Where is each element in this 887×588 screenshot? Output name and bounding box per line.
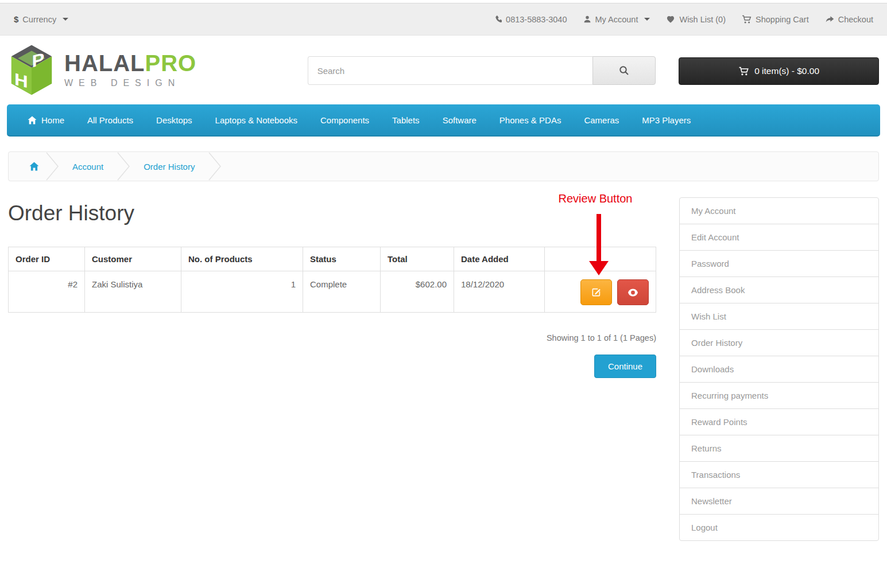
- cell-products: 1: [181, 271, 303, 313]
- eye-icon: [628, 288, 638, 297]
- cart-total-label: 0 item(s) - $0.00: [754, 66, 819, 76]
- sidebar-item-edit-account[interactable]: Edit Account: [680, 224, 878, 251]
- breadcrumb-home-link[interactable]: [17, 162, 45, 171]
- sidebar-item-password[interactable]: Password: [680, 251, 878, 277]
- home-icon: [28, 116, 37, 124]
- sidebar-item-downloads[interactable]: Downloads: [680, 356, 878, 383]
- view-order-button[interactable]: [617, 279, 649, 305]
- share-arrow-icon: [825, 15, 834, 24]
- search-input[interactable]: [308, 56, 593, 85]
- annotation-arrow-line: [597, 214, 601, 262]
- logo-subtitle: WEB DESIGN: [64, 78, 196, 88]
- main-navigation: Home All Products Desktops Laptops & Not…: [7, 104, 880, 137]
- sidebar-item-order-history[interactable]: Order History: [680, 330, 878, 356]
- sidebar-item-transactions[interactable]: Transactions: [680, 462, 878, 488]
- my-account-menu[interactable]: My Account: [583, 15, 650, 24]
- nav-label: MP3 Players: [642, 115, 691, 125]
- topbar: $ Currency 0813-5883-3040 My Account Wis…: [0, 3, 887, 36]
- nav-item-home[interactable]: Home: [16, 104, 76, 135]
- review-button[interactable]: [580, 279, 612, 305]
- sidebar-item-logout[interactable]: Logout: [680, 515, 878, 540]
- nav-label: Components: [320, 115, 369, 125]
- breadcrumb-order-history-link[interactable]: Order History: [131, 162, 207, 172]
- cart-total-button[interactable]: 0 item(s) - $0.00: [679, 57, 879, 85]
- shopping-cart-link[interactable]: Shopping Cart: [742, 15, 809, 24]
- sidebar-item-newsletter[interactable]: Newsletter: [680, 488, 878, 515]
- cell-order-id: #2: [9, 271, 85, 313]
- search-group: [308, 56, 656, 85]
- store-logo[interactable]: H P HALALPRO WEB DESIGN: [8, 44, 308, 96]
- cell-customer: Zaki Sulistiya: [85, 271, 181, 313]
- svg-text:P: P: [32, 49, 45, 71]
- phone-icon: [493, 15, 502, 24]
- cart-icon: [738, 67, 749, 76]
- checkout-link[interactable]: Checkout: [825, 15, 873, 24]
- header: H P HALALPRO WEB DESIGN 0 item(s) - $0.0…: [0, 36, 887, 102]
- col-header-products: No. of Products: [181, 247, 303, 271]
- sidebar-item-my-account[interactable]: My Account: [680, 198, 878, 224]
- nav-item-laptops-notebooks[interactable]: Laptops & Notebooks: [204, 104, 309, 135]
- heart-icon: [666, 15, 675, 24]
- breadcrumb: Account Order History: [8, 151, 879, 181]
- sidebar-item-recurring-payments[interactable]: Recurring payments: [680, 383, 878, 409]
- content-column: Order History Order ID Customer No. of P…: [8, 181, 656, 378]
- sidebar-item-returns[interactable]: Returns: [680, 435, 878, 462]
- nav-label: Home: [41, 115, 64, 125]
- my-account-label: My Account: [595, 15, 638, 24]
- table-header-row: Order ID Customer No. of Products Status…: [9, 247, 656, 271]
- nav-label: Tablets: [392, 115, 420, 125]
- currency-selector[interactable]: $ Currency: [14, 14, 68, 24]
- wish-list-label: Wish List (0): [679, 15, 726, 24]
- breadcrumb-separator: [116, 151, 131, 181]
- cell-actions: [545, 271, 656, 313]
- nav-item-tablets[interactable]: Tablets: [381, 104, 431, 135]
- nav-item-desktops[interactable]: Desktops: [145, 104, 204, 135]
- cell-date-added: 18/12/2020: [454, 271, 545, 313]
- logo-word-halal: HALAL: [64, 50, 145, 76]
- home-icon: [29, 162, 39, 171]
- order-history-table: Order ID Customer No. of Products Status…: [8, 247, 656, 313]
- user-icon: [583, 15, 591, 24]
- breadcrumb-account-link[interactable]: Account: [60, 162, 116, 172]
- review-annotation-label: Review Button: [533, 192, 658, 205]
- cell-total: $602.00: [381, 271, 454, 313]
- col-header-order-id: Order ID: [9, 247, 85, 271]
- nav-item-cameras[interactable]: Cameras: [572, 104, 630, 135]
- col-header-status: Status: [303, 247, 381, 271]
- nav-item-components[interactable]: Components: [309, 104, 381, 135]
- sidebar-item-address-book[interactable]: Address Book: [680, 277, 878, 303]
- caret-down-icon: [644, 18, 650, 21]
- nav-label: Phones & PDAs: [499, 115, 561, 125]
- nav-item-software[interactable]: Software: [431, 104, 488, 135]
- sidebar-item-reward-points[interactable]: Reward Points: [680, 409, 878, 435]
- col-header-customer: Customer: [85, 247, 181, 271]
- phone-text: 0813-5883-3040: [506, 15, 567, 24]
- logo-word-pro: PRO: [145, 50, 197, 76]
- col-header-total: Total: [381, 247, 454, 271]
- col-header-date-added: Date Added: [454, 247, 545, 271]
- wish-list-link[interactable]: Wish List (0): [666, 15, 726, 24]
- nav-label: Cameras: [584, 115, 619, 125]
- pagination-text: Showing 1 to 1 of 1 (1 Pages): [8, 333, 656, 342]
- breadcrumb-separator: [45, 151, 60, 181]
- phone-number: 0813-5883-3040: [493, 15, 567, 24]
- breadcrumb-separator: [207, 151, 222, 181]
- dollar-icon: $: [14, 14, 18, 24]
- search-icon: [619, 65, 629, 76]
- account-sidebar: My Account Edit Account Password Address…: [679, 197, 879, 541]
- nav-item-all-products[interactable]: All Products: [76, 104, 145, 135]
- nav-item-phones-pdas[interactable]: Phones & PDAs: [488, 104, 573, 135]
- edit-icon: [591, 287, 601, 297]
- checkout-label: Checkout: [838, 15, 873, 24]
- sidebar-item-wish-list[interactable]: Wish List: [680, 303, 878, 330]
- currency-label: Currency: [22, 15, 56, 24]
- nav-label: Software: [443, 115, 477, 125]
- shopping-cart-label: Shopping Cart: [756, 15, 809, 24]
- search-button[interactable]: [592, 56, 656, 85]
- table-row: #2 Zaki Sulistiya 1 Complete $602.00 18/…: [9, 271, 656, 313]
- halalpro-cube-icon: H P: [8, 44, 55, 96]
- nav-label: All Products: [87, 115, 133, 125]
- nav-item-mp3-players[interactable]: MP3 Players: [630, 104, 702, 135]
- logo-wordmark: HALALPRO WEB DESIGN: [64, 52, 196, 88]
- continue-button[interactable]: Continue: [594, 355, 656, 378]
